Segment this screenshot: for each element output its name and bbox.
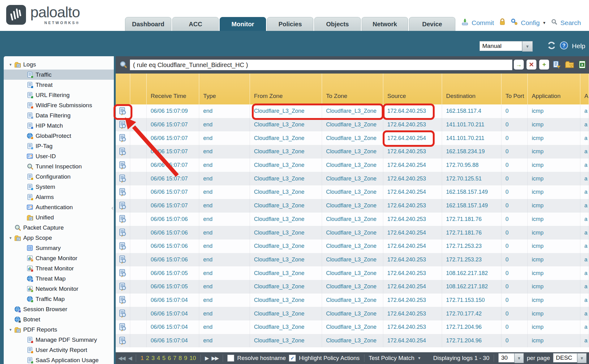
refresh-icon[interactable] [547,41,556,51]
cell-to_zone[interactable]: Cloudflare_L3_Zone [322,213,383,226]
cell-destination[interactable]: 172.71.181.76 [442,213,501,226]
cell-type[interactable]: end [199,199,250,213]
saved-filters-folder-icon[interactable] [565,60,574,70]
cell-action[interactable]: a [580,145,589,159]
test-policy-caret-icon[interactable]: ▼ [417,356,421,360]
cell-receive_time[interactable]: 06/06 15:07:07 [147,131,199,145]
cell-receive_time[interactable]: 06/06 15:07:05 [147,280,199,294]
cell-action[interactable]: a [580,320,589,334]
page-number-3[interactable]: 3 [151,355,155,362]
cell-to_zone[interactable]: Cloudflare_L3_Zone [322,199,383,213]
refresh-interval-select[interactable]: Manual ▼ [479,41,533,52]
column-header-flag[interactable] [130,74,147,104]
cell-type[interactable]: end [199,280,250,294]
cell-to_port[interactable]: 0 [501,213,528,226]
cell-to_port[interactable]: 0 [501,280,528,294]
add-filter-button[interactable]: + [539,60,549,70]
table-row[interactable]: 06/06 15:07:04endCloudflare_L3_ZoneCloud… [116,320,589,334]
cell-action[interactable]: a [580,104,589,118]
sidebar-item-ip-tag[interactable]: IP-Tag [4,141,114,151]
sidebar-item-threat-map[interactable]: Threat Map [4,273,114,284]
table-row[interactable]: 06/06 15:07:07endCloudflare_L3_ZoneCloud… [116,131,589,145]
sidebar-item-botnet[interactable]: Botnet [4,314,114,324]
cell-action[interactable]: a [580,280,589,294]
table-row[interactable]: 06/06 15:07:04endCloudflare_L3_ZoneCloud… [116,294,589,307]
cell-destination[interactable]: 172.71.253.23 [442,239,501,253]
cell-application[interactable]: icmp [528,145,580,159]
cell-source[interactable]: 172.64.240.253 [383,266,442,280]
cell-action[interactable]: a [580,199,589,213]
sidebar-item-pdf-reports[interactable]: ▼PDF Reports [4,324,114,335]
cell-to_zone[interactable]: Cloudflare_L3_Zone [322,320,383,334]
cell-source[interactable]: 172.64.240.254 [383,131,442,145]
last-page-icon[interactable]: ▶▶ [212,355,218,362]
log-detail-button[interactable] [116,199,130,213]
config-caret-icon[interactable]: ▼ [543,21,546,25]
cell-receive_time[interactable]: 06/06 15:07:06 [147,213,199,226]
cell-from_zone[interactable]: Cloudflare_L3_Zone [250,307,322,320]
cell-source[interactable]: 172.64.240.253 [383,104,442,118]
clear-filter-button[interactable]: ✕ [527,60,536,70]
cell-type[interactable]: end [199,118,250,132]
cell-destination[interactable]: 172.71.153.150 [442,294,501,307]
cell-to_port[interactable]: 0 [501,226,528,239]
cell-destination[interactable]: 108.162.217.182 [442,280,501,294]
page-number-1[interactable]: 1 [140,355,144,362]
cell-receive_time[interactable]: 06/06 15:07:06 [147,253,199,267]
table-row[interactable]: 06/06 15:07:07endCloudflare_L3_ZoneCloud… [116,199,589,213]
column-header-application[interactable]: Application [528,74,580,104]
cell-action[interactable]: a [580,213,589,226]
log-detail-button[interactable] [116,213,130,226]
cell-receive_time[interactable]: 06/06 15:07:07 [147,185,199,199]
cell-type[interactable]: end [199,213,250,226]
sidebar-item-wildfire-submissions[interactable]: WildFire Submissions [4,100,114,110]
cell-to_port[interactable]: 0 [501,104,528,118]
cell-action[interactable]: a [580,266,589,280]
sidebar-item-authentication[interactable]: Authentication [4,202,114,212]
log-detail-button[interactable] [116,280,130,294]
cell-from_zone[interactable]: Cloudflare_L3_Zone [250,239,322,253]
log-detail-button[interactable] [116,334,130,348]
tab-network[interactable]: Network [362,17,408,31]
cell-to_port[interactable]: 0 [501,159,528,172]
cell-to_port[interactable]: 0 [501,294,528,307]
tree-expander-icon[interactable]: ▼ [7,63,14,66]
filter-builder-icon[interactable] [552,60,562,70]
next-page-icon[interactable]: ▶ [205,355,209,362]
cell-application[interactable]: icmp [528,104,580,118]
sidebar-collapse-icon[interactable]: ‹ [111,201,115,214]
sidebar-item-app-scope[interactable]: ▼App Scope [4,233,114,243]
column-header-detail[interactable] [116,74,130,104]
log-detail-button[interactable] [116,131,130,145]
cell-type[interactable]: end [199,266,250,280]
cell-source[interactable]: 172.64.240.254 [383,226,442,239]
cell-destination[interactable]: 141.101.70.211 [442,118,501,132]
per-page-select[interactable]: 30 ▼ [498,353,524,363]
cell-destination[interactable]: 162.158.234.19 [442,145,501,159]
tree-expander-icon[interactable]: ▼ [7,328,14,332]
column-header-type[interactable]: Type [199,74,250,104]
cell-action[interactable]: a [580,226,589,239]
cell-source[interactable]: 172.64.240.254 [383,159,442,172]
log-detail-button[interactable] [116,145,130,159]
help-icon[interactable]: ? [560,41,568,51]
cell-destination[interactable]: 162.158.117.4 [442,104,501,118]
cell-action[interactable]: a [580,185,589,199]
cell-to_zone[interactable]: Cloudflare_L3_Zone [322,266,383,280]
sidebar-item-packet-capture[interactable]: Packet Capture [4,222,114,233]
cell-receive_time[interactable]: 06/06 15:07:07 [147,118,199,132]
sidebar-item-url-filtering[interactable]: URL Filtering [4,90,114,100]
cell-destination[interactable]: 162.158.157.149 [442,199,501,213]
log-detail-button[interactable] [116,118,130,132]
tree-expander-icon[interactable]: ▼ [7,236,14,240]
log-detail-button[interactable] [116,226,130,239]
tab-dashboard[interactable]: Dashboard [125,17,171,31]
cell-type[interactable]: end [199,226,250,239]
cell-receive_time[interactable]: 06/06 15:07:04 [147,334,199,348]
table-row[interactable]: 06/06 15:07:06endCloudflare_L3_ZoneCloud… [116,213,589,226]
table-row[interactable]: 06/06 15:07:07endCloudflare_L3_ZoneCloud… [116,172,589,185]
cell-type[interactable]: end [199,294,250,307]
cell-type[interactable]: end [199,253,250,267]
cell-from_zone[interactable]: Cloudflare_L3_Zone [250,159,322,172]
cell-application[interactable]: icmp [528,159,580,172]
